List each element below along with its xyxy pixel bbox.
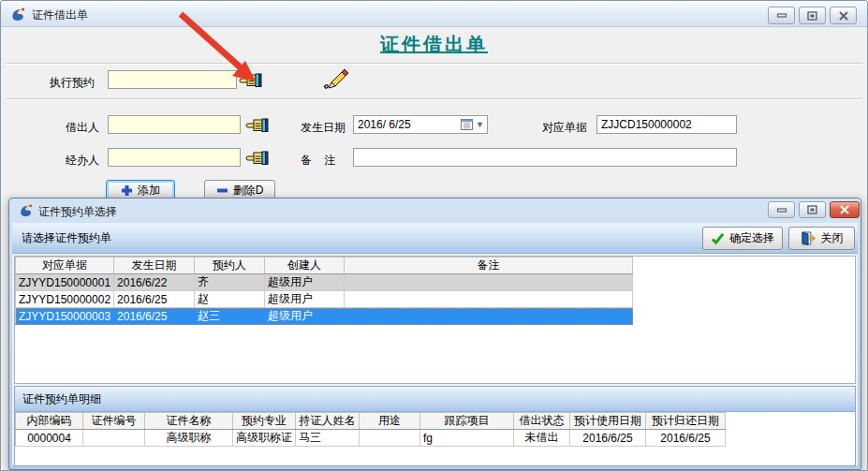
column-header[interactable]: 预计归还日期 — [646, 413, 726, 430]
exit-door-icon — [801, 231, 817, 245]
table-cell: 齐 — [195, 274, 265, 291]
column-header[interactable]: 发生日期 — [114, 258, 195, 274]
separator — [6, 98, 862, 100]
main-window: 证件借出单 证件借出单 执行预约 — [0, 0, 868, 471]
calendar-button[interactable] — [457, 116, 476, 133]
table-cell: 2016/6/25 — [570, 430, 646, 447]
lender-input[interactable] — [108, 115, 241, 134]
add-button-label: 添加 — [138, 183, 160, 199]
table-cell: 高级职称证 — [233, 430, 296, 447]
reservation-list-table[interactable]: 对应单据发生日期预约人创建人备注ZJYYD1500000012016/6/22齐… — [15, 257, 633, 325]
handler-pick-button[interactable] — [245, 149, 269, 167]
table-cell: 未借出 — [514, 430, 570, 447]
doc-label: 对应单据 — [542, 120, 587, 135]
hand-select-icon — [245, 149, 269, 167]
column-header[interactable]: 跟踪项目 — [420, 413, 514, 430]
table-cell — [83, 430, 145, 447]
main-close-button[interactable] — [830, 7, 857, 24]
column-header[interactable]: 对应单据 — [16, 258, 114, 274]
plus-icon — [121, 184, 133, 197]
table-cell: 2016/6/25 — [114, 291, 195, 308]
date-value: 2016/ 6/25 — [358, 118, 457, 131]
dropdown-caret-icon[interactable]: ▼ — [476, 120, 487, 129]
pencil-edit-icon — [322, 68, 349, 90]
confirm-select-label: 确定选择 — [729, 230, 774, 246]
table-row[interactable]: ZJYYD1500000012016/6/22齐超级用户 — [16, 274, 633, 291]
table-cell: 赵 — [195, 291, 265, 308]
reservation-list-panel: 对应单据发生日期预约人创建人备注ZJYYD1500000012016/6/22齐… — [14, 256, 856, 384]
table-cell: 2016/6/25 — [646, 430, 726, 447]
detail-section-title: 证件预约单明细 — [22, 387, 101, 411]
table-row[interactable]: 0000004高级职称高级职称证马三fg未借出2016/6/252016/6/2… — [16, 430, 726, 447]
table-cell: 超级用户 — [265, 308, 345, 325]
dialog-maximize-button[interactable] — [799, 201, 826, 218]
date-label: 发生日期 — [301, 120, 346, 135]
confirm-select-button[interactable]: 确定选择 — [702, 227, 783, 250]
table-cell: 赵三 — [195, 308, 265, 325]
lender-pick-button[interactable] — [245, 116, 269, 134]
separator — [6, 63, 862, 65]
table-cell: 0000004 — [16, 430, 83, 447]
dialog-minimize-button[interactable] — [768, 201, 795, 218]
minus-icon — [216, 188, 228, 193]
table-cell — [345, 308, 633, 325]
app-logo-icon — [19, 203, 34, 218]
table-cell: 超级用户 — [265, 274, 345, 291]
column-header[interactable]: 借出状态 — [514, 413, 570, 430]
table-cell: fg — [420, 430, 514, 447]
column-header[interactable]: 内部编码 — [16, 413, 83, 430]
column-header[interactable]: 证件编号 — [83, 413, 145, 430]
handler-label: 经办人 — [66, 153, 99, 168]
table-row[interactable]: ZJYYD1500000032016/6/25赵三超级用户 — [16, 308, 633, 325]
column-header[interactable]: 预约专业 — [233, 413, 296, 430]
remark-input[interactable] — [353, 148, 737, 167]
table-cell: ZJYYD150000003 — [16, 308, 114, 325]
dialog-close-button[interactable] — [830, 201, 860, 218]
dialog-toolbar: 请选择证件预约单 确定选择 关闭 — [12, 223, 858, 254]
reservation-dialog: 证件预约单选择 请选择证件预约单 确定选择 — [8, 198, 861, 470]
calendar-icon — [461, 119, 473, 130]
page-title: 证件借出单 — [1, 32, 867, 57]
table-cell: 2016/6/22 — [114, 274, 195, 291]
column-header[interactable]: 持证人姓名 — [296, 413, 360, 430]
check-icon — [711, 232, 725, 244]
main-titlebar: 证件借出单 — [1, 1, 867, 27]
close-icon — [839, 11, 848, 21]
main-window-title: 证件借出单 — [32, 7, 88, 23]
table-row[interactable]: ZJYYD1500000022016/6/25赵超级用户 — [16, 291, 633, 308]
column-header[interactable]: 创建人 — [265, 258, 345, 274]
dialog-prompt: 请选择证件预约单 — [22, 223, 111, 253]
table-cell — [345, 274, 633, 291]
doc-input[interactable] — [596, 115, 737, 134]
remark-label: 备 注 — [301, 153, 335, 168]
execute-pick-button[interactable] — [239, 71, 262, 89]
maximize-icon — [807, 11, 817, 21]
hand-select-icon — [239, 71, 262, 89]
dialog-close-action-button[interactable]: 关闭 — [788, 227, 855, 250]
main-maximize-button[interactable] — [799, 7, 826, 24]
dialog-client-area: 请选择证件预约单 确定选择 关闭 对应单据发生日期预约人创 — [12, 223, 858, 465]
edit-reservation-button[interactable] — [322, 68, 349, 90]
column-header[interactable]: 预计使用日期 — [570, 413, 646, 430]
lender-label: 借出人 — [66, 120, 99, 135]
date-field[interactable]: 2016/ 6/25 ▼ — [353, 115, 488, 134]
maximize-icon — [807, 205, 817, 214]
minimize-icon — [776, 206, 787, 214]
close-icon — [840, 205, 849, 214]
table-cell: 高级职称 — [145, 430, 233, 447]
table-cell: 超级用户 — [265, 291, 345, 308]
table-cell: ZJYYD150000002 — [16, 291, 114, 308]
column-header[interactable]: 用途 — [360, 413, 420, 430]
handler-input[interactable] — [108, 148, 241, 167]
execute-reservation-input[interactable] — [108, 70, 237, 89]
column-header[interactable]: 预约人 — [195, 258, 265, 274]
reservation-detail-table[interactable]: 内部编码证件编号证件名称预约专业持证人姓名用途跟踪项目借出状态预计使用日期预计归… — [15, 412, 726, 447]
column-header[interactable]: 备注 — [345, 258, 633, 274]
reservation-detail-panel: 证件预约单明细 内部编码证件编号证件名称预约专业持证人姓名用途跟踪项目借出状态预… — [14, 386, 856, 466]
delete-button-label: 删除D — [233, 183, 264, 199]
column-header[interactable]: 证件名称 — [145, 413, 233, 430]
table-cell — [345, 291, 633, 308]
main-minimize-button[interactable] — [768, 7, 795, 24]
detail-section-header: 证件预约单明细 — [15, 387, 855, 412]
table-cell: 马三 — [296, 430, 360, 447]
